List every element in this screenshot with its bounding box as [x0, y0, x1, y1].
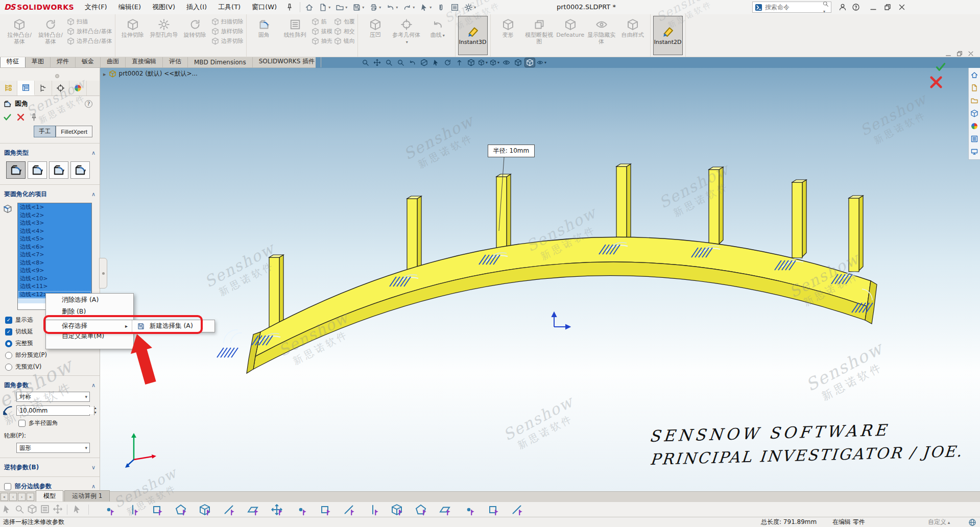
open-document-icon[interactable]	[334, 2, 349, 13]
ribbon-button-边界凸台/基体[interactable]: 边界凸台/基体	[67, 37, 112, 45]
minimize-button[interactable]	[867, 1, 879, 13]
menu-item-new-selection-set[interactable]: 新建选择集 (A)	[150, 322, 193, 330]
ribbon-button-线性阵列[interactable]: 线性阵列	[280, 16, 310, 55]
options-icon[interactable]	[463, 2, 477, 13]
solidworks-forum-icon[interactable]	[970, 148, 978, 156]
filletxpert-mode-button[interactable]: FilletXpert	[56, 126, 92, 137]
ribbon-button-Defeature[interactable]: Defeature	[556, 16, 585, 55]
close-button[interactable]	[896, 1, 908, 13]
redo-icon[interactable]	[401, 2, 416, 13]
tool-magnifier-icon[interactable]	[14, 504, 26, 515]
confirm-cancel-icon[interactable]	[928, 75, 944, 90]
menu-item-视图(V)[interactable]: 视图(V)	[147, 0, 181, 14]
ribbon-button-筋[interactable]: 筋	[312, 18, 332, 26]
snap-tool-icon[interactable]	[223, 504, 236, 516]
ribbon-button-显示隐藏实体[interactable]: 显示隐藏实体	[587, 16, 616, 55]
selection-filter-icon[interactable]	[435, 2, 447, 13]
featuremanager-tree-tab[interactable]	[0, 81, 17, 95]
help-icon[interactable]	[85, 100, 92, 108]
previous-view-icon[interactable]	[408, 58, 417, 67]
custom-properties-icon[interactable]	[970, 135, 978, 143]
ribbon-button-拉伸切除[interactable]: 拉伸切除	[118, 16, 148, 55]
ribbon-button-旋转凸台/基体[interactable]: 旋转凸台/基体	[36, 16, 65, 55]
ribbon-button-包覆[interactable]: 包覆	[334, 18, 355, 26]
ribbon-button-异型孔向导[interactable]: 异型孔向导	[149, 16, 179, 55]
cancel-button[interactable]	[16, 113, 25, 122]
radius-input[interactable]	[17, 407, 94, 414]
save-icon[interactable]	[351, 2, 366, 13]
snap-tool-icon[interactable]	[391, 504, 404, 516]
section-items-to-fillet[interactable]: 要圆角化的项目	[0, 187, 100, 201]
collapse-icon[interactable]	[91, 483, 95, 490]
tab-运动算例 1[interactable]: 运动算例 1	[64, 490, 110, 501]
previous-tab-button[interactable]: ‹	[9, 493, 17, 501]
snap-tool-icon[interactable]	[271, 504, 284, 516]
symmetric-dropdown[interactable]: 对称	[16, 392, 90, 402]
ribbon-button-拔模[interactable]: 拔模	[312, 28, 332, 35]
face-fillet-button[interactable]	[49, 161, 68, 179]
full-preview-radio[interactable]	[5, 340, 12, 347]
multi-radius-checkbox[interactable]	[18, 420, 26, 427]
help-icon[interactable]	[850, 1, 862, 13]
rotate-view-icon[interactable]	[443, 58, 452, 67]
full-round-fillet-button[interactable]	[70, 161, 90, 179]
zoom-fit-icon[interactable]	[361, 58, 370, 67]
snap-tool-icon[interactable]	[247, 504, 260, 516]
tool-cube-icon[interactable]	[27, 504, 38, 515]
partial-preview-radio[interactable]	[5, 352, 12, 359]
tool-cursor-icon[interactable]	[2, 504, 13, 515]
snap-tool-icon[interactable]	[175, 504, 188, 516]
tab-曲面[interactable]: 曲面	[101, 56, 126, 67]
edge-list-item[interactable]: 边线<6>	[18, 243, 91, 251]
tab-直接编辑[interactable]: 直接编辑	[126, 56, 163, 67]
ribbon-button-自由样式[interactable]: 自由样式	[618, 16, 648, 55]
profile-dropdown[interactable]: 圆形	[16, 443, 90, 453]
menu-item-文件(F)[interactable]: 文件(F)	[79, 0, 113, 14]
menu-item-clear-selection[interactable]: 消除选择 (A)	[46, 294, 133, 305]
snap-tool-icon[interactable]	[199, 504, 212, 516]
ribbon-button-放样切除[interactable]: 放样切除	[211, 28, 244, 35]
ribbon-button-边界切除[interactable]: 边界切除	[211, 37, 244, 45]
collapse-icon[interactable]	[91, 150, 95, 156]
globe-icon[interactable]	[968, 518, 976, 526]
edge-list-item[interactable]: 边线<5>	[18, 235, 91, 243]
ribbon-button-镜向[interactable]: 镜向	[334, 37, 355, 45]
hide-show-items-icon[interactable]	[501, 58, 511, 67]
part-name[interactable]: prt0002 (默认) <<默认>...	[119, 69, 198, 78]
ribbon-button-圆角[interactable]: 圆角	[249, 16, 279, 55]
zoom-in-out-icon[interactable]	[384, 58, 394, 67]
constant-size-fillet-button[interactable]	[6, 161, 26, 179]
snap-tool-icon[interactable]	[319, 504, 332, 516]
ribbon-button-扫描[interactable]: 扫描	[67, 18, 112, 26]
snap-tool-icon[interactable]	[487, 504, 500, 516]
ribbon-button-参考几何体[interactable]: 参考几何体	[392, 16, 421, 55]
ribbon-button-旋转切除[interactable]: 旋转切除	[180, 16, 210, 55]
command-search[interactable]	[752, 2, 831, 13]
section-setback-parameters[interactable]: 逆转参数(B)	[0, 461, 100, 474]
document-close-icon[interactable]	[967, 50, 974, 57]
first-tab-button[interactable]: «	[1, 493, 8, 501]
document-minimize-icon[interactable]	[945, 50, 952, 57]
menu-item-delete[interactable]: 删除 (B)	[46, 305, 133, 317]
undo-icon[interactable]	[385, 2, 399, 13]
menu-item-工具(T)[interactable]: 工具(T)	[212, 0, 246, 14]
next-tab-button[interactable]: ›	[18, 493, 26, 501]
displaymanager-tab[interactable]	[69, 81, 87, 95]
panel-splitter[interactable]	[0, 68, 100, 81]
flyout-arrow-icon[interactable]	[103, 70, 106, 78]
radius-callout[interactable]: 半径: 10mm	[488, 145, 535, 157]
select-tool-icon[interactable]	[72, 504, 85, 515]
snap-tool-icon[interactable]	[367, 504, 380, 516]
status-custom-dropdown[interactable]: 自定义	[928, 518, 950, 526]
expand-icon[interactable]	[91, 464, 95, 471]
pan-icon[interactable]	[372, 58, 382, 67]
menu-item-编辑(E)[interactable]: 编辑(E)	[113, 0, 147, 14]
show-toolbar-checkbox[interactable]	[5, 317, 12, 324]
3d-drawing-view-icon[interactable]	[466, 58, 476, 67]
section-fillet-type[interactable]: 圆角类型	[0, 146, 100, 159]
manual-mode-button[interactable]: 手工	[34, 126, 56, 137]
ribbon-button-曲线[interactable]: 曲线	[423, 16, 452, 55]
ribbon-button-扫描切除[interactable]: 扫描切除	[211, 18, 244, 26]
snap-tool-icon[interactable]	[295, 504, 308, 516]
home-icon[interactable]	[303, 2, 315, 13]
